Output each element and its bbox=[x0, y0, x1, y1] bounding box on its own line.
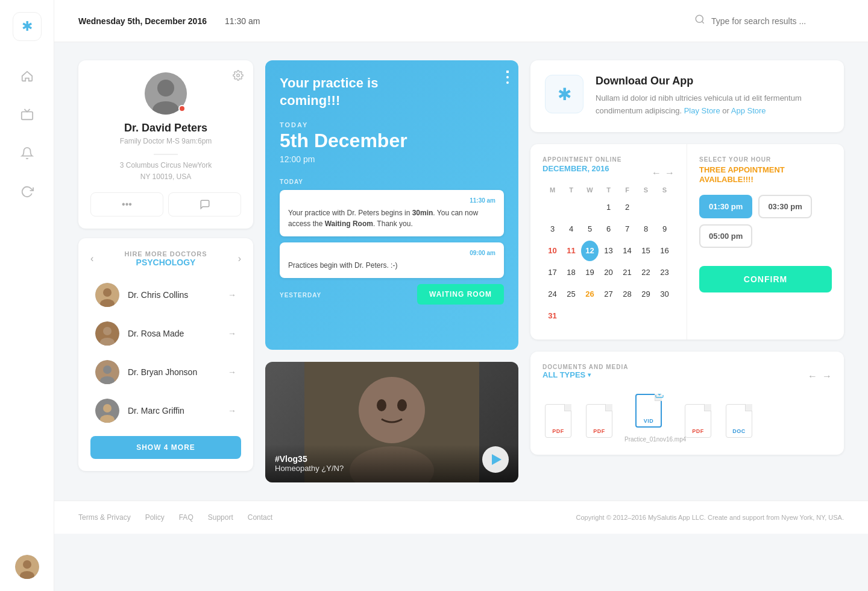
home-icon[interactable] bbox=[16, 65, 38, 87]
calendar-day[interactable]: 6 bbox=[600, 219, 617, 239]
calendar-day[interactable]: 19 bbox=[581, 262, 599, 283]
calendar-day[interactable]: 22 bbox=[637, 262, 655, 283]
hire-specialty: PSYCHOLOGY bbox=[93, 258, 237, 267]
doctor-list-item[interactable]: Dr. Bryan Jhonson → bbox=[90, 354, 241, 390]
calendar-day-header: T bbox=[600, 184, 617, 196]
tv-icon[interactable] bbox=[16, 104, 38, 125]
user-avatar[interactable] bbox=[15, 555, 39, 579]
footer-link[interactable]: Terms & Privacy bbox=[78, 513, 131, 522]
file-download-icon[interactable] bbox=[655, 394, 664, 400]
calendar-prev-button[interactable]: ← bbox=[652, 168, 661, 179]
calendar-day[interactable]: 18 bbox=[562, 262, 580, 283]
app-icon: ✱ bbox=[545, 75, 583, 113]
sidebar-navigation bbox=[16, 65, 38, 555]
hour-slot-button[interactable]: 05:00 pm bbox=[699, 224, 752, 248]
calendar-day[interactable]: 15 bbox=[637, 241, 655, 261]
calendar-day[interactable]: 13 bbox=[600, 241, 617, 261]
calendar-day[interactable]: 14 bbox=[618, 241, 636, 261]
calendar-day[interactable]: 24 bbox=[544, 284, 561, 305]
footer-link[interactable]: Policy bbox=[145, 513, 165, 522]
hour-slot-button[interactable]: 01:30 pm bbox=[699, 195, 752, 218]
appointment-label: APPOINTMENT ONLINE bbox=[542, 156, 675, 163]
document-file[interactable]: VID Practice_01nov16.mp4 bbox=[624, 394, 673, 443]
calendar-day[interactable]: 12 bbox=[581, 241, 599, 261]
calendar-day[interactable]: 23 bbox=[656, 262, 673, 283]
show-more-button[interactable]: SHOW 4 MORE bbox=[90, 436, 241, 459]
video-play-button[interactable] bbox=[482, 446, 509, 473]
file-icon: PDF bbox=[583, 404, 615, 443]
calendar-day[interactable]: 9 bbox=[656, 219, 673, 239]
doctor-list-item[interactable]: Dr. Rosa Made → bbox=[90, 315, 241, 352]
documents-prev-button[interactable]: ← bbox=[808, 371, 817, 382]
svg-point-26 bbox=[397, 399, 407, 411]
more-options-button[interactable]: ••• bbox=[90, 192, 163, 216]
practice-title: Your practice is coming!!! bbox=[280, 75, 400, 109]
calendar-day bbox=[562, 306, 580, 326]
waiting-room-button[interactable]: WAITING ROOM bbox=[417, 284, 504, 305]
play-store-link[interactable]: Play Store bbox=[684, 106, 720, 115]
file-type-label: PDF bbox=[692, 428, 704, 434]
file-corner-fold bbox=[745, 404, 752, 411]
hire-doctors-card: ‹ HIRE MORE DOCTORS PSYCHOLOGY › Dr. Chr… bbox=[78, 238, 253, 471]
calendar-day[interactable]: 21 bbox=[618, 262, 636, 283]
footer-link[interactable]: FAQ bbox=[179, 513, 193, 522]
calendar-day[interactable]: 30 bbox=[656, 284, 673, 305]
documents-next-button[interactable]: → bbox=[822, 371, 832, 382]
chat-button[interactable] bbox=[168, 192, 241, 216]
app-store-link[interactable]: App Store bbox=[731, 106, 766, 115]
calendar-day[interactable]: 4 bbox=[562, 219, 580, 239]
settings-icon[interactable] bbox=[233, 70, 244, 84]
logo-star-icon: ✱ bbox=[22, 19, 33, 34]
calendar-next-button[interactable]: → bbox=[665, 168, 675, 179]
practice-menu-icon[interactable] bbox=[506, 70, 509, 84]
header-time: 11:30 am bbox=[225, 16, 260, 26]
calendar-day[interactable]: 29 bbox=[637, 284, 655, 305]
svg-rect-0 bbox=[21, 112, 32, 119]
download-app-content: Download Our App Nullam id dolor id nibh… bbox=[596, 75, 829, 118]
sidebar-logo[interactable]: ✱ bbox=[13, 12, 42, 41]
calendar-day[interactable]: 20 bbox=[600, 262, 617, 283]
calendar-day[interactable]: 17 bbox=[544, 262, 561, 283]
doctor-list-item[interactable]: Dr. Marc Griffin → bbox=[90, 393, 241, 429]
documents-type-filter[interactable]: ALL TYPES ▾ bbox=[542, 370, 629, 379]
calendar-day[interactable]: 10 bbox=[544, 241, 561, 261]
document-file[interactable]: PDF bbox=[682, 404, 714, 443]
calendar-day[interactable]: 25 bbox=[562, 284, 580, 305]
doctor-list-item[interactable]: Dr. Chris Collins → bbox=[90, 277, 241, 313]
calendar-day[interactable]: 3 bbox=[544, 219, 561, 239]
svg-point-8 bbox=[157, 80, 174, 96]
calendar-day[interactable]: 5 bbox=[581, 219, 599, 239]
documents-label: DOCUMENTS AND MEDIA ALL TYPES ▾ bbox=[542, 364, 629, 389]
svg-point-23 bbox=[359, 377, 425, 443]
dropdown-caret-icon: ▾ bbox=[588, 371, 591, 378]
calendar-day[interactable]: 16 bbox=[656, 241, 673, 261]
calendar-day[interactable]: 11 bbox=[562, 241, 580, 261]
refresh-icon[interactable] bbox=[16, 181, 38, 203]
document-file[interactable]: PDF bbox=[583, 404, 615, 443]
file-type-label: PDF bbox=[593, 428, 605, 434]
calendar-day[interactable]: 8 bbox=[637, 219, 655, 239]
bell-icon[interactable] bbox=[16, 142, 38, 164]
svg-line-5 bbox=[702, 21, 703, 23]
calendar-day[interactable]: 28 bbox=[618, 284, 636, 305]
calendar-day[interactable]: 1 bbox=[600, 197, 617, 218]
confirm-button[interactable]: CONFIRM bbox=[699, 266, 832, 292]
footer: Terms & PrivacyPolicyFAQSupportContact C… bbox=[54, 501, 868, 534]
footer-link[interactable]: Contact bbox=[248, 513, 272, 522]
hour-slots: 01:30 pm03:30 pm05:00 pm bbox=[699, 195, 832, 248]
calendar-day[interactable]: 26 bbox=[581, 284, 599, 305]
hour-slot-button[interactable]: 03:30 pm bbox=[758, 195, 811, 218]
document-file[interactable]: PDF bbox=[542, 404, 574, 443]
hire-next-button[interactable]: › bbox=[238, 253, 241, 264]
footer-link[interactable]: Support bbox=[208, 513, 233, 522]
calendar-day[interactable]: 27 bbox=[600, 284, 617, 305]
file-corner-fold bbox=[564, 404, 571, 411]
document-file[interactable]: DOC bbox=[723, 404, 755, 443]
calendar-day[interactable]: 7 bbox=[618, 219, 636, 239]
calendar-day[interactable]: 2 bbox=[618, 197, 636, 218]
doctor-arrow-icon: → bbox=[228, 329, 236, 338]
calendar-day[interactable]: 31 bbox=[544, 306, 561, 326]
left-column: Dr. David Peters Family Doctor M-S 9am:6… bbox=[78, 60, 253, 482]
main-content: Dr. David Peters Family Doctor M-S 9am:6… bbox=[54, 42, 868, 501]
search-input[interactable] bbox=[711, 16, 844, 26]
